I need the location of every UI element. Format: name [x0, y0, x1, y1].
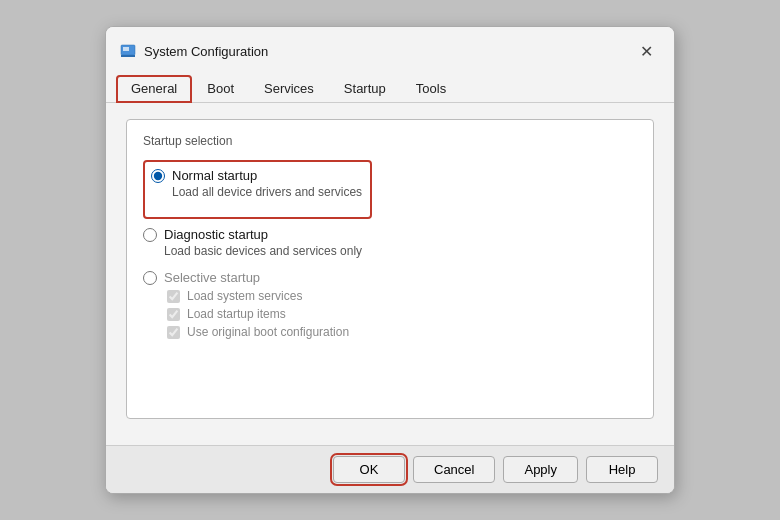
diagnostic-startup-radio[interactable] [143, 228, 157, 242]
normal-startup-radio[interactable] [151, 169, 165, 183]
ok-button[interactable]: OK [333, 456, 405, 483]
normal-startup-radio-row: Normal startup [151, 168, 362, 183]
selective-startup-group: Selective startup Load system services L… [143, 270, 637, 339]
selective-startup-label[interactable]: Selective startup [164, 270, 260, 285]
tab-startup[interactable]: Startup [329, 75, 401, 103]
normal-startup-label[interactable]: Normal startup [172, 168, 257, 183]
load-startup-items-checkbox[interactable] [167, 308, 180, 321]
load-startup-items-label: Load startup items [187, 307, 286, 321]
apply-button[interactable]: Apply [503, 456, 578, 483]
load-system-services-checkbox[interactable] [167, 290, 180, 303]
tab-tools[interactable]: Tools [401, 75, 461, 103]
diagnostic-startup-group: Diagnostic startup Load basic devices an… [143, 227, 637, 258]
close-button[interactable]: ✕ [632, 37, 660, 65]
window-icon [120, 43, 136, 59]
use-original-boot-checkbox[interactable] [167, 326, 180, 339]
tab-boot[interactable]: Boot [192, 75, 249, 103]
selective-startup-radio[interactable] [143, 271, 157, 285]
section-label: Startup selection [143, 134, 637, 148]
footer: OK Cancel Apply Help [106, 445, 674, 493]
use-original-boot-row: Use original boot configuration [167, 325, 637, 339]
startup-selection-box: Startup selection Normal startup Load al… [126, 119, 654, 419]
normal-startup-desc: Load all device drivers and services [172, 185, 362, 199]
help-button[interactable]: Help [586, 456, 658, 483]
system-config-window: System Configuration ✕ General Boot Serv… [105, 26, 675, 494]
normal-startup-box: Normal startup Load all device drivers a… [143, 160, 372, 219]
svg-rect-1 [123, 47, 129, 51]
load-system-services-label: Load system services [187, 289, 302, 303]
diagnostic-startup-label[interactable]: Diagnostic startup [164, 227, 268, 242]
tab-services[interactable]: Services [249, 75, 329, 103]
tab-general[interactable]: General [116, 75, 192, 103]
normal-startup-group: Normal startup Load all device drivers a… [151, 168, 362, 199]
diagnostic-startup-radio-row: Diagnostic startup [143, 227, 637, 242]
content-area: Startup selection Normal startup Load al… [106, 103, 674, 445]
load-system-services-row: Load system services [167, 289, 637, 303]
diagnostic-startup-desc: Load basic devices and services only [164, 244, 637, 258]
window-title: System Configuration [144, 44, 268, 59]
use-original-boot-label: Use original boot configuration [187, 325, 349, 339]
title-bar: System Configuration ✕ [106, 27, 674, 65]
tab-bar: General Boot Services Startup Tools [106, 69, 674, 103]
load-startup-items-row: Load startup items [167, 307, 637, 321]
selective-startup-radio-row: Selective startup [143, 270, 637, 285]
cancel-button[interactable]: Cancel [413, 456, 495, 483]
title-bar-left: System Configuration [120, 43, 268, 59]
svg-rect-2 [121, 55, 135, 57]
